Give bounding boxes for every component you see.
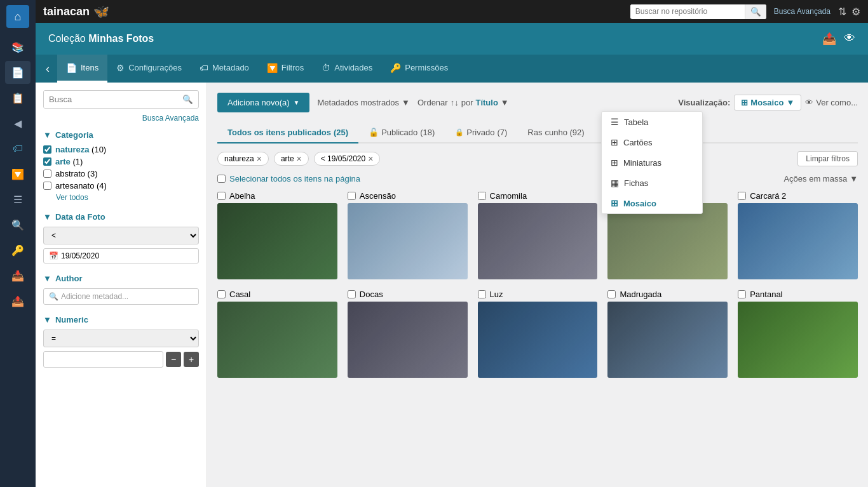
- filter-tag-date-remove[interactable]: ×: [368, 154, 373, 163]
- items-icon[interactable]: 📄: [5, 61, 31, 84]
- mosaic-luz-checkbox[interactable]: [478, 290, 486, 298]
- mosaic-docas-checkbox[interactable]: [348, 290, 356, 298]
- date-operator-select[interactable]: < > =: [43, 227, 199, 244]
- tab-nav-back-button[interactable]: ‹: [43, 60, 52, 78]
- collections-icon[interactable]: 📚: [5, 36, 31, 58]
- tab-todos[interactable]: Todos os itens publicados (25): [217, 123, 358, 143]
- clear-filters-button[interactable]: Limpar filtros: [797, 151, 858, 166]
- filter-sidebar: 🔍 Busca Avançada ▼ Categoria natureza (1…: [36, 83, 207, 487]
- acoes-em-massa-button[interactable]: Ações em massa ▼: [783, 174, 858, 183]
- filter-arte[interactable]: arte (1): [43, 157, 199, 166]
- busca-avancada-link[interactable]: Busca Avançada: [774, 7, 831, 16]
- mosaic-ascensao-checkbox[interactable]: [348, 192, 356, 200]
- export-collection-icon[interactable]: 📤: [822, 32, 836, 46]
- viz-cartoes-option[interactable]: ⊞ Cartões: [602, 132, 702, 152]
- numeric-input[interactable]: [43, 351, 163, 368]
- filter-icon[interactable]: 🔽: [5, 163, 31, 185]
- viz-cartoes-icon: ⊞: [611, 137, 618, 147]
- tab-filtros[interactable]: 🔽 Filtros: [258, 55, 313, 83]
- global-search-button[interactable]: 🔍: [745, 4, 766, 19]
- ver-como-button[interactable]: 👁 Ver como...: [805, 98, 858, 107]
- tab-itens[interactable]: 📄 Itens: [57, 55, 107, 83]
- filter-tag-arte-remove[interactable]: ×: [297, 154, 302, 163]
- export-icon[interactable]: 📤: [5, 290, 31, 312]
- numeric-operator-select[interactable]: = < >: [43, 330, 199, 347]
- mosaic-camomila-checkbox[interactable]: [478, 192, 486, 200]
- date-input[interactable]: [61, 251, 193, 260]
- tab-publicado[interactable]: 🔓 Publicado (18): [358, 123, 445, 143]
- select-all-checkbox[interactable]: [217, 175, 226, 183]
- sidebar-search-input[interactable]: [44, 91, 177, 108]
- collapse-icon[interactable]: ◀: [5, 112, 31, 135]
- mosaic-grid: Abelha Ascensão Camo: [217, 191, 858, 378]
- mosaic-carcara2-image[interactable]: [738, 203, 858, 279]
- global-search-bar[interactable]: 🔍: [630, 4, 766, 19]
- mosaic-abelha-image[interactable]: [217, 203, 337, 279]
- viz-tabela-option[interactable]: ☰ Tabela: [602, 112, 702, 132]
- filter-artesanato[interactable]: artesanato (4): [43, 181, 199, 190]
- mosaic-casal-image[interactable]: [217, 302, 337, 378]
- metadata-shown-button[interactable]: Metadados mostrados ▼: [317, 98, 410, 107]
- mosaic-carcara2-checkbox[interactable]: [738, 192, 746, 200]
- tab-permissoes[interactable]: 🔑 Permissões: [381, 55, 457, 83]
- tab-metadado[interactable]: 🏷 Metadado: [191, 55, 258, 83]
- mosaic-pantanal-checkbox[interactable]: [738, 290, 746, 298]
- wp-admin-icon[interactable]: ⚙: [851, 6, 860, 18]
- filter-arte-label: arte (1): [55, 157, 83, 166]
- view-collection-icon[interactable]: 👁: [844, 32, 855, 46]
- content-area: 🔍 Busca Avançada ▼ Categoria natureza (1…: [36, 83, 868, 487]
- mosaic-docas-image[interactable]: [348, 302, 468, 378]
- sidebar-search-button[interactable]: 🔍: [177, 91, 198, 108]
- mosaic-madrugada-image[interactable]: [607, 302, 728, 378]
- filter-categoria-ver-todos[interactable]: Ver todos: [43, 193, 199, 202]
- numeric-minus-button[interactable]: −: [166, 352, 181, 367]
- tab-todos-label: Todos os itens publicados: [227, 128, 331, 137]
- filter-artesanato-checkbox[interactable]: [43, 182, 51, 190]
- filter-numeric-header[interactable]: ▼ Numeric: [43, 315, 199, 324]
- mosaic-pantanal-image[interactable]: [738, 302, 858, 378]
- viz-fichas-option[interactable]: ▦ Fichas: [602, 173, 702, 193]
- filter-natureza[interactable]: natureza (10): [43, 145, 199, 154]
- activity-icon[interactable]: 🔍: [5, 213, 31, 236]
- wp-home-icon[interactable]: ⌂: [6, 5, 29, 28]
- tab-configuracoes[interactable]: ⚙ Configurações: [107, 55, 191, 83]
- mosaic-madrugada-checkbox[interactable]: [607, 290, 616, 298]
- mosaic-carcara-image[interactable]: [607, 203, 728, 279]
- date-input-row[interactable]: 📅: [43, 248, 199, 264]
- documents-icon[interactable]: 📋: [5, 86, 31, 109]
- sidebar-advanced-search[interactable]: Busca Avançada: [43, 114, 199, 123]
- mosaic-ascensao-image[interactable]: [348, 203, 468, 279]
- mosaic-camomila-image[interactable]: [478, 203, 598, 279]
- viz-dropdown-button[interactable]: ⊞ Mosaico ▼: [734, 95, 801, 110]
- add-new-button[interactable]: Adiciona novo(a) ▼: [217, 93, 309, 112]
- tab-atividades[interactable]: ⏱ Atividades: [313, 55, 381, 83]
- tab-rascunho[interactable]: Rascunho (92): [517, 123, 594, 143]
- sort-icon[interactable]: ⇅: [838, 6, 846, 18]
- viz-miniaturas-option[interactable]: ⊞ Miniaturas: [602, 152, 702, 173]
- mosaic-casal-checkbox[interactable]: [217, 290, 226, 298]
- tags-icon[interactable]: 🏷: [5, 137, 31, 160]
- mosaic-abelha-checkbox[interactable]: [217, 192, 226, 200]
- filter-abstrato[interactable]: abstrato (3): [43, 169, 199, 178]
- filter-abstrato-checkbox[interactable]: [43, 170, 51, 178]
- global-search-input[interactable]: [630, 4, 745, 18]
- viz-mosaico-option[interactable]: ⊞ Mosaico: [602, 193, 702, 213]
- filter-data-header[interactable]: ▼ Data da Foto: [43, 212, 199, 222]
- numeric-plus-button[interactable]: +: [184, 352, 199, 367]
- author-input-field[interactable]: 🔍 Adicione metadad...: [43, 288, 199, 305]
- filter-author-header[interactable]: ▼ Author: [43, 274, 199, 283]
- sidebar-search-box[interactable]: 🔍: [43, 90, 199, 109]
- top-nav-right: 🔍 Busca Avançada ⇅ ⚙: [630, 4, 860, 19]
- tab-privado[interactable]: 🔒 Privado (7): [445, 123, 517, 143]
- viz-miniaturas-icon: ⊞: [611, 157, 618, 168]
- filter-arte-checkbox[interactable]: [43, 157, 51, 166]
- filter-tag-natureza-remove[interactable]: ×: [257, 154, 262, 163]
- list-icon[interactable]: ☰: [5, 188, 31, 211]
- filter-categoria-header[interactable]: ▼ Categoria: [43, 130, 199, 140]
- filter-natureza-checkbox[interactable]: [43, 145, 51, 154]
- order-control[interactable]: Ordenar ↑↓ por Título ▼: [417, 98, 509, 107]
- import-icon[interactable]: 📥: [5, 264, 31, 287]
- mosaic-luz-image[interactable]: [478, 302, 598, 378]
- key-icon[interactable]: 🔑: [5, 239, 31, 262]
- select-all-label[interactable]: Selecionar todos os itens na página: [229, 174, 360, 183]
